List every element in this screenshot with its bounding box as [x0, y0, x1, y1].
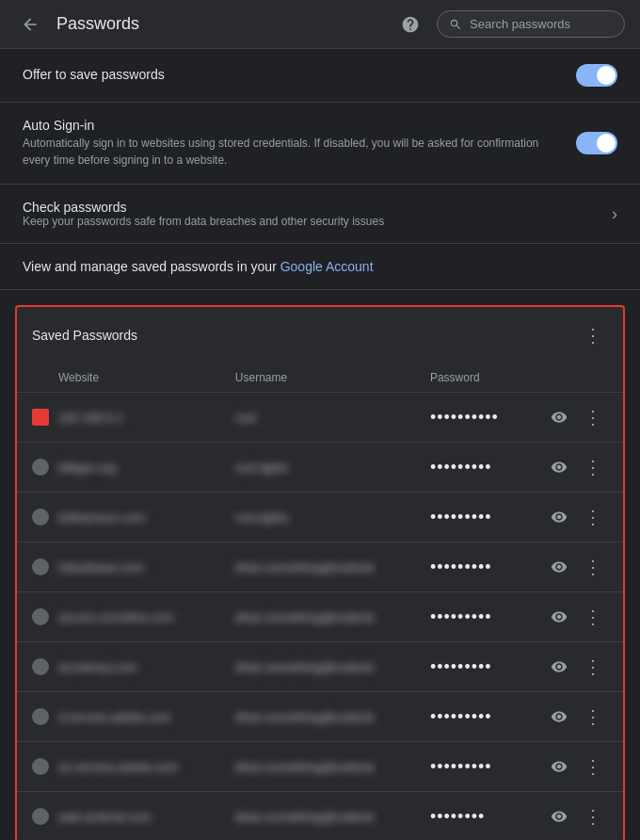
favicon [32, 708, 49, 725]
row-more-button[interactable]: ⋮ [578, 402, 608, 432]
content: Offer to save passwords Auto Sign-in Aut… [0, 49, 640, 840]
passwords-table: Website Username Password 192.168.0.1roo… [17, 363, 623, 840]
auto-signin-row: Auto Sign-in Automatically sign in to we… [0, 103, 640, 185]
td-password: ••••••••• [415, 592, 529, 642]
td-website: web.android.com [17, 792, 220, 841]
td-username: dhan.something@outlook [220, 642, 415, 692]
td-username: dhan.something@outlook [220, 542, 415, 592]
show-password-button[interactable] [544, 702, 574, 732]
table-row[interactable]: web.android.comdhan.something@outlook•••… [17, 792, 623, 841]
row-more-button[interactable]: ⋮ [578, 602, 608, 632]
show-password-button[interactable] [544, 602, 574, 632]
row-more-button[interactable]: ⋮ [578, 552, 608, 582]
password-dots: ••••••••• [430, 557, 492, 576]
row-more-button[interactable]: ⋮ [578, 702, 608, 732]
td-username: root.lights [220, 493, 415, 542]
td-password: ••••••••• [415, 742, 529, 792]
td-username: root [220, 393, 415, 443]
website-text: secure.scronline.com [58, 610, 174, 624]
td-password: ••••••••• [415, 692, 529, 742]
table-row[interactable]: secure.scronline.comdhan.something@outlo… [17, 592, 623, 642]
td-website: bitbgm.org [17, 443, 220, 493]
table-header: Website Username Password [17, 363, 623, 393]
row-more-button[interactable]: ⋮ [578, 502, 608, 532]
header-actions [395, 9, 625, 40]
row-more-button[interactable]: ⋮ [578, 652, 608, 682]
username-text: dhan.something@outlook [235, 560, 375, 574]
table-row[interactable]: hdeskbase.comdhan.something@outlook•••••… [17, 542, 623, 592]
password-dots: ••••••••• [430, 657, 492, 676]
td-website: brithamson.com [17, 493, 220, 542]
check-passwords-row[interactable]: Check passwords Keep your passwords safe… [0, 185, 640, 244]
password-dots: •••••••• [430, 807, 485, 826]
favicon [32, 758, 49, 775]
search-input[interactable] [470, 17, 611, 31]
show-password-button[interactable] [544, 801, 574, 832]
favicon [32, 509, 49, 525]
td-username: root.lights [220, 443, 415, 493]
favicon [32, 459, 49, 476]
td-website: 192.168.0.1 [17, 393, 220, 443]
saved-passwords-more-button[interactable]: ⋮ [578, 320, 608, 350]
username-text: dhan.something@outlook [235, 610, 375, 624]
table-row[interactable]: acmetony.comdhan.something@outlook••••••… [17, 642, 623, 692]
td-website: a1.service.adobe.com [17, 742, 220, 792]
table-row[interactable]: d.service.adobe.comdhan.something@outloo… [17, 692, 623, 742]
show-password-button[interactable] [544, 452, 574, 482]
offer-save-row: Offer to save passwords [0, 49, 640, 103]
auto-signin-desc: Automatically sign in to websites using … [23, 135, 540, 169]
td-password: •••••••• [415, 792, 529, 841]
password-dots: ••••••••• [430, 757, 492, 776]
table-body: 192.168.0.1root••••••••••⋮bitbgm.orgroot… [17, 393, 623, 841]
table-row[interactable]: 192.168.0.1root••••••••••⋮ [17, 393, 623, 443]
back-button[interactable] [15, 9, 45, 40]
username-text: root [235, 411, 256, 425]
password-dots: ••••••••• [430, 458, 492, 477]
username-text: root.lights [235, 510, 288, 525]
username-text: dhan.something@outlook [235, 710, 375, 724]
show-password-button[interactable] [544, 402, 574, 432]
website-text: acmetony.com [58, 660, 137, 674]
td-password: ••••••••• [415, 642, 529, 692]
show-password-button[interactable] [544, 751, 574, 782]
td-password: •••••••••• [415, 393, 529, 443]
col-actions [529, 363, 623, 393]
table-row[interactable]: brithamson.comroot.lights•••••••••⋮ [17, 493, 623, 542]
row-more-button[interactable]: ⋮ [578, 801, 608, 832]
td-password: ••••••••• [415, 493, 529, 542]
password-dots: ••••••••• [430, 508, 492, 526]
td-actions: ⋮ [529, 493, 623, 542]
username-text: dhan.something@outlook [235, 660, 375, 674]
col-website: Website [17, 363, 220, 393]
auto-signin-toggle[interactable] [576, 132, 617, 154]
search-bar[interactable] [437, 10, 625, 38]
chevron-right-icon: › [612, 204, 617, 224]
username-text: root.lights [235, 460, 288, 475]
td-website: secure.scronline.com [17, 592, 220, 642]
row-more-button[interactable]: ⋮ [578, 452, 608, 482]
col-username: Username [220, 363, 415, 393]
show-password-button[interactable] [544, 552, 574, 582]
password-dots: ••••••••• [430, 607, 492, 626]
username-text: dhan.something@outlook [235, 810, 375, 824]
google-account-link[interactable]: Google Account [280, 259, 374, 274]
favicon [32, 409, 49, 426]
td-actions: ⋮ [529, 393, 623, 443]
table-row[interactable]: bitbgm.orgroot.lights•••••••••⋮ [17, 443, 623, 493]
show-password-button[interactable] [544, 502, 574, 532]
favicon [32, 608, 49, 625]
help-button[interactable] [395, 9, 425, 40]
offer-save-toggle[interactable] [576, 64, 617, 87]
auto-signin-label: Auto Sign-in [23, 118, 561, 133]
show-password-button[interactable] [544, 652, 574, 682]
td-actions: ⋮ [529, 443, 623, 493]
website-text: brithamson.com [58, 510, 145, 525]
td-actions: ⋮ [529, 642, 623, 692]
row-more-button[interactable]: ⋮ [578, 751, 608, 782]
website-text: a1.service.adobe.com [58, 760, 178, 774]
saved-passwords-section: Saved Passwords ⋮ Website Username Passw… [15, 305, 625, 840]
td-username: dhan.something@outlook [220, 742, 415, 792]
table-row[interactable]: a1.service.adobe.comdhan.something@outlo… [17, 742, 623, 792]
favicon [32, 808, 49, 825]
td-actions: ⋮ [529, 792, 623, 841]
